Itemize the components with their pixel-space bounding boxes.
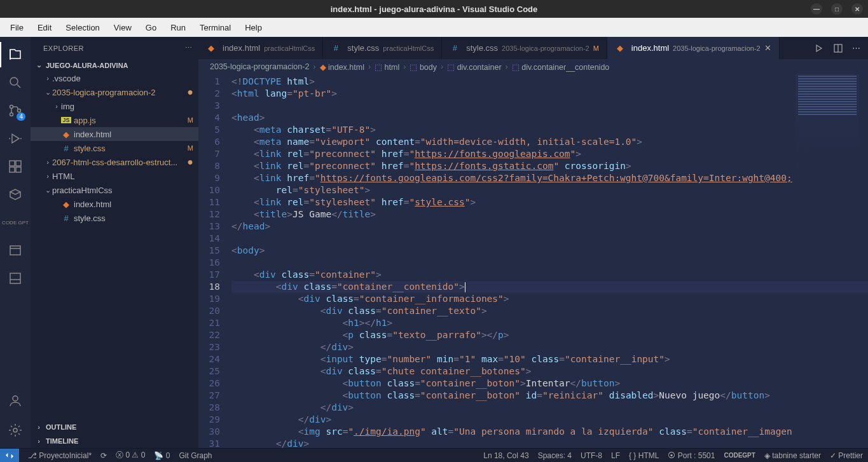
- tab-desc: practicaHtmlCss: [264, 44, 315, 52]
- menu-file[interactable]: File: [4, 20, 30, 35]
- split-icon[interactable]: [833, 43, 843, 53]
- svg-rect-5: [16, 161, 21, 166]
- activity-scm[interactable]: 4: [0, 98, 31, 123]
- menu-terminal[interactable]: Terminal: [193, 20, 237, 35]
- close-button[interactable]: ✕: [851, 3, 863, 15]
- activity-extensions[interactable]: [0, 154, 31, 179]
- outline-section[interactable]: › OUTLINE: [31, 420, 198, 434]
- tree-file[interactable]: JSapp.jsM: [31, 113, 198, 127]
- status-branch[interactable]: ⎇ ProyectoInicial*: [28, 451, 92, 460]
- minimap[interactable]: [796, 74, 859, 176]
- svg-point-3: [18, 109, 21, 112]
- status-spaces[interactable]: Spaces: 4: [538, 451, 572, 460]
- svg-rect-8: [10, 246, 20, 255]
- activity-codegpt[interactable]: CODE GPT: [0, 210, 31, 235]
- menu-go[interactable]: Go: [139, 20, 163, 35]
- status-codegpt[interactable]: CODEGPT: [724, 452, 755, 459]
- status-eol[interactable]: LF: [611, 451, 620, 460]
- editor-tab[interactable]: #style.csspracticaHtmlCss: [323, 37, 442, 59]
- menu-view[interactable]: View: [107, 20, 138, 35]
- tab-desc: 2035-logica-programacion-2: [673, 44, 761, 52]
- tree-label: practicaHtmlCss: [52, 186, 193, 195]
- status-signal[interactable]: 📡 0: [154, 451, 170, 460]
- close-icon[interactable]: ✕: [764, 43, 771, 53]
- tree-folder[interactable]: ⌄2035-logica-programacion-2●: [31, 85, 198, 99]
- activity-run-debug[interactable]: [0, 126, 31, 151]
- editor-area: ◆index.htmlpracticaHtmlCss#style.cssprac…: [198, 37, 868, 448]
- tree-file[interactable]: ◆index.html: [31, 127, 198, 141]
- html-file-icon: ◆: [61, 130, 71, 139]
- breadcrumb-item[interactable]: ⬚ body: [410, 62, 437, 72]
- chevron-icon: ›: [43, 172, 52, 180]
- minimize-button[interactable]: —: [811, 3, 822, 15]
- sidebar-project-header[interactable]: ⌄ JUEGO-ALURA-ADIVINA: [31, 59, 198, 71]
- run-icon[interactable]: [814, 43, 824, 53]
- editor-tab[interactable]: ◆index.htmlpracticaHtmlCss: [198, 37, 323, 59]
- menu-help[interactable]: Help: [238, 20, 268, 35]
- status-lncol[interactable]: Ln 18, Col 43: [483, 451, 528, 460]
- html-file-icon: ◆: [206, 43, 216, 53]
- css-file-icon: #: [331, 43, 341, 53]
- code-editor[interactable]: 1234567891011121314151617181920212223242…: [198, 74, 868, 448]
- breadcrumb-sep: ›: [403, 62, 406, 71]
- maximize-button[interactable]: □: [831, 3, 843, 15]
- status-tabnine[interactable]: ◈ tabnine starter: [764, 451, 821, 460]
- status-lang[interactable]: { } HTML: [629, 451, 659, 460]
- tree-label: .vscode: [52, 74, 193, 83]
- activity-search[interactable]: [0, 70, 31, 95]
- remote-indicator[interactable]: [0, 449, 19, 463]
- activity-explorer[interactable]: [0, 42, 31, 67]
- status-sync[interactable]: ⟳: [100, 451, 107, 460]
- tree-folder[interactable]: ›.vscode: [31, 71, 198, 85]
- menu-selection[interactable]: Selection: [59, 20, 106, 35]
- tree-label: index.html: [74, 200, 193, 209]
- git-dot: ●: [187, 159, 193, 165]
- svg-rect-9: [10, 273, 20, 283]
- git-dot: ●: [187, 89, 193, 95]
- tab-desc: 2035-logica-programacion-2: [502, 44, 589, 52]
- html-file-icon: ◆: [61, 200, 71, 209]
- more-icon[interactable]: ⋯: [852, 43, 860, 53]
- tree-folder[interactable]: ›img: [31, 99, 198, 113]
- chevron-right-icon: ›: [34, 437, 43, 445]
- sidebar-title: EXPLORER ⋯: [31, 37, 198, 59]
- status-prettier[interactable]: ✓ Prettier: [830, 451, 863, 460]
- tree-file[interactable]: #style.cssM: [31, 141, 198, 155]
- editor-tab[interactable]: ◆index.html2035-logica-programacion-2✕: [607, 37, 780, 59]
- css-file-icon: #: [450, 43, 460, 53]
- menu-edit[interactable]: Edit: [31, 20, 58, 35]
- tree-file[interactable]: ◆index.html: [31, 197, 198, 211]
- status-gitgraph[interactable]: Git Graph: [179, 451, 212, 460]
- tree-folder[interactable]: ›HTML: [31, 169, 198, 183]
- status-port[interactable]: ⦿ Port : 5501: [668, 451, 715, 460]
- breadcrumb-sep: ›: [441, 62, 443, 71]
- chevron-down-icon: ⌄: [34, 61, 43, 69]
- tree-label: 2035-logica-programacion-2: [52, 88, 187, 97]
- tree-file[interactable]: #style.css: [31, 211, 198, 225]
- timeline-section[interactable]: › TIMELINE: [31, 434, 198, 448]
- titlebar: index.html - juego-alura-adivina - Visua…: [0, 0, 868, 18]
- breadcrumb-item[interactable]: ⬚ div.container: [447, 62, 501, 72]
- activity-settings[interactable]: [0, 418, 31, 443]
- editor-tab[interactable]: #style.css2035-logica-programacion-2M: [442, 37, 607, 59]
- menu-run[interactable]: Run: [164, 20, 192, 35]
- activity-panel[interactable]: [0, 266, 31, 291]
- tree-label: img: [61, 102, 193, 111]
- breadcrumb-item[interactable]: ⬚ div.container__contenido: [512, 62, 610, 72]
- activity-account[interactable]: [0, 388, 31, 414]
- breadcrumb-item[interactable]: ◆ index.html: [320, 62, 364, 72]
- breadcrumbs[interactable]: 2035-logica-programacion-2›◆ index.html›…: [198, 59, 868, 74]
- tree-folder[interactable]: ⌄practicaHtmlCss: [31, 183, 198, 197]
- svg-rect-7: [16, 167, 21, 172]
- sidebar-more-icon[interactable]: ⋯: [185, 44, 193, 52]
- status-problems[interactable]: ⓧ 0 ⚠ 0: [116, 450, 145, 461]
- breadcrumb-item[interactable]: 2035-logica-programacion-2: [210, 62, 309, 71]
- tree-folder[interactable]: ›2067-html-css-desarrollo-estruct...●: [31, 155, 198, 169]
- activity-project[interactable]: [0, 238, 31, 263]
- tree-label: style.css: [74, 214, 193, 223]
- status-encoding[interactable]: UTF-8: [581, 451, 602, 460]
- activity-docker[interactable]: [0, 182, 31, 207]
- git-status: M: [188, 144, 193, 152]
- code-content[interactable]: <!DOCTYPE html><html lang="pt-br"> <head…: [231, 74, 868, 448]
- breadcrumb-item[interactable]: ⬚ html: [375, 62, 399, 72]
